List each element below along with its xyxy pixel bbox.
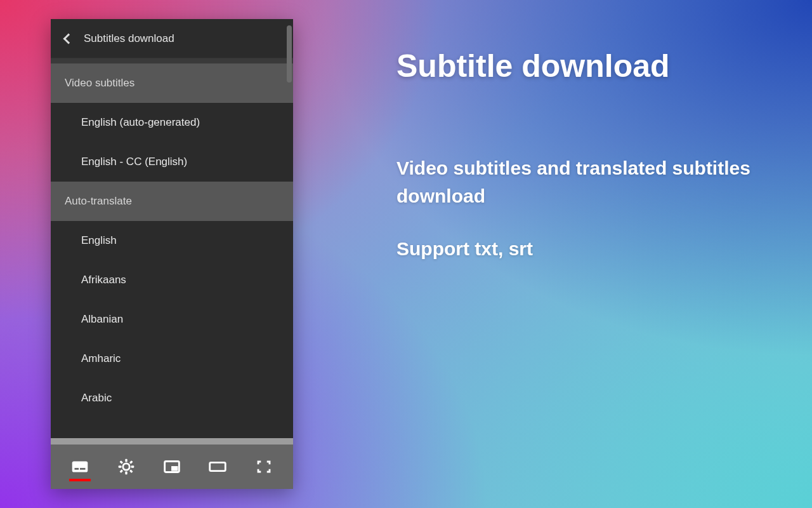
theater-mode-button[interactable] bbox=[200, 450, 235, 484]
subtitle-option[interactable]: English - CC (English) bbox=[51, 142, 293, 182]
marketing-title: Subtitle download bbox=[396, 48, 774, 84]
menu-scroll: Video subtitles English (auto-generated)… bbox=[51, 64, 293, 438]
menu-title: Subtitles download bbox=[84, 32, 174, 45]
divider bbox=[51, 58, 293, 64]
svg-rect-0 bbox=[72, 462, 88, 472]
scrollbar[interactable] bbox=[287, 25, 292, 83]
svg-rect-9 bbox=[129, 460, 133, 464]
subtitle-option[interactable]: English (auto-generated) bbox=[51, 103, 293, 142]
subtitle-option[interactable]: Afrikaans bbox=[51, 260, 293, 300]
player-control-bar bbox=[51, 444, 293, 489]
subtitle-option[interactable]: English bbox=[51, 221, 293, 260]
miniplayer-button[interactable] bbox=[155, 450, 189, 484]
menu-header[interactable]: Subtitles download bbox=[51, 19, 293, 58]
gear-icon bbox=[115, 456, 137, 478]
svg-rect-8 bbox=[129, 469, 133, 473]
svg-rect-13 bbox=[210, 462, 226, 471]
svg-rect-4 bbox=[125, 472, 127, 475]
marketing-copy: Subtitle download Video subtitles and tr… bbox=[396, 48, 774, 288]
svg-rect-10 bbox=[119, 469, 123, 473]
subtitles-menu: Subtitles download Video subtitles Engli… bbox=[51, 19, 293, 444]
player-settings-panel: Subtitles download Video subtitles Engli… bbox=[51, 19, 293, 489]
svg-rect-2 bbox=[80, 468, 86, 470]
miniplayer-icon bbox=[161, 456, 183, 478]
section-auto-translate: Auto-translate bbox=[51, 182, 293, 221]
svg-rect-5 bbox=[118, 465, 121, 467]
svg-rect-6 bbox=[131, 465, 134, 467]
svg-rect-7 bbox=[119, 460, 123, 464]
captions-active-indicator bbox=[69, 479, 91, 481]
captions-button[interactable] bbox=[63, 450, 97, 484]
subtitle-option[interactable]: Arabic bbox=[51, 378, 293, 418]
svg-rect-3 bbox=[125, 459, 127, 462]
theater-icon bbox=[207, 456, 228, 478]
fullscreen-icon bbox=[253, 456, 275, 478]
marketing-line: Video subtitles and translated subtitles… bbox=[396, 154, 752, 210]
svg-rect-12 bbox=[171, 466, 178, 471]
fullscreen-button[interactable] bbox=[247, 450, 281, 484]
captions-icon bbox=[69, 456, 91, 478]
menu-bottom-edge bbox=[51, 438, 293, 444]
subtitle-option[interactable]: Albanian bbox=[51, 300, 293, 339]
svg-rect-1 bbox=[75, 468, 79, 470]
settings-button[interactable] bbox=[109, 450, 143, 484]
marketing-line: Support txt, srt bbox=[396, 235, 752, 263]
chevron-left-icon bbox=[63, 33, 74, 44]
subtitle-option[interactable]: Amharic bbox=[51, 339, 293, 378]
section-video-subtitles: Video subtitles bbox=[51, 64, 293, 103]
